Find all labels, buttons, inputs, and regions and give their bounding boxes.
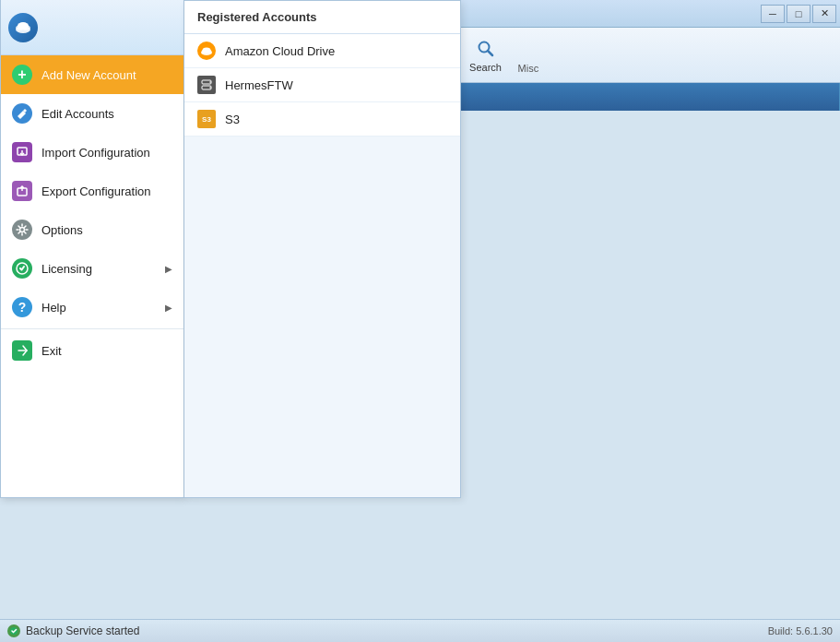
menu-item-help[interactable]: ? Help ▶ [1, 288, 183, 327]
svg-line-14 [488, 51, 492, 55]
build-info: Build: 5.6.1.30 [768, 625, 833, 636]
maximize-button[interactable]: □ [787, 5, 810, 23]
edit-accounts-label: Edit Accounts [41, 107, 172, 121]
amazon-cloud-drive-label: Amazon Cloud Drive [225, 44, 335, 58]
help-arrow: ▶ [165, 303, 172, 313]
menu-item-options[interactable]: Options [1, 210, 183, 249]
menu-item-add-new-account[interactable]: + Add New Account [1, 55, 183, 94]
export-configuration-icon [12, 181, 32, 201]
submenu-item-amazon-cloud-drive[interactable]: Amazon Cloud Drive [184, 34, 460, 68]
exit-label: Exit [41, 344, 172, 358]
service-status-text: Backup Service started [26, 624, 139, 637]
svg-point-35 [203, 48, 211, 54]
window-controls: ─ □ ✕ [761, 5, 836, 23]
menu-item-import-configuration[interactable]: Import Configuration [1, 133, 183, 172]
submenu-header: Registered Accounts [184, 1, 460, 34]
import-configuration-icon [12, 142, 32, 162]
s3-label: S3 [225, 113, 240, 126]
search-label: Search [469, 62, 502, 73]
submenu-item-hermes-ftw[interactable]: HermesFTW [184, 68, 460, 102]
dropdown-overlay: + Add New Account Edit Accounts [0, 0, 461, 498]
misc-label: Misc [515, 63, 539, 74]
menu-item-export-configuration[interactable]: Export Configuration [1, 172, 183, 210]
s3-icon: S3 [197, 110, 216, 128]
status-icon [7, 624, 20, 637]
main-menu: + Add New Account Edit Accounts [0, 0, 184, 498]
minimize-button[interactable]: ─ [761, 5, 785, 23]
submenu-panel: Registered Accounts Amazon Cloud Drive [184, 0, 461, 498]
search-icon [475, 38, 497, 60]
status-left: Backup Service started [7, 624, 139, 637]
export-configuration-label: Export Configuration [41, 184, 172, 198]
close-button[interactable]: ✕ [812, 5, 836, 23]
help-icon: ? [12, 297, 32, 317]
add-new-account-label: Add New Account [41, 68, 172, 82]
edit-accounts-icon [12, 103, 32, 124]
submenu-item-s3[interactable]: S3 S3 [184, 102, 460, 137]
status-bar: Backup Service started Build: 5.6.1.30 [0, 619, 840, 642]
import-configuration-label: Import Configuration [41, 146, 172, 160]
menu-header [1, 0, 183, 55]
menu-divider [1, 328, 183, 329]
hermes-ftw-icon [197, 76, 216, 94]
licensing-arrow: ▶ [165, 264, 172, 274]
amazon-cloud-drive-icon [197, 42, 216, 60]
app-logo [8, 13, 38, 42]
hermes-ftw-label: HermesFTW [225, 78, 293, 92]
menu-item-exit[interactable]: Exit [1, 331, 183, 370]
svg-point-39 [209, 87, 211, 89]
svg-point-38 [209, 81, 211, 83]
licensing-icon [12, 258, 32, 279]
svg-point-24 [18, 22, 29, 30]
menu-item-licensing[interactable]: Licensing ▶ [1, 249, 183, 288]
search-button[interactable]: Search [461, 33, 511, 77]
svg-point-29 [20, 228, 25, 232]
options-icon [12, 220, 32, 240]
exit-icon [12, 340, 32, 361]
licensing-label: Licensing [41, 262, 156, 276]
options-label: Options [41, 223, 172, 237]
add-new-account-icon: + [12, 65, 32, 85]
menu-item-edit-accounts[interactable]: Edit Accounts [1, 94, 183, 133]
help-label: Help [41, 301, 156, 315]
